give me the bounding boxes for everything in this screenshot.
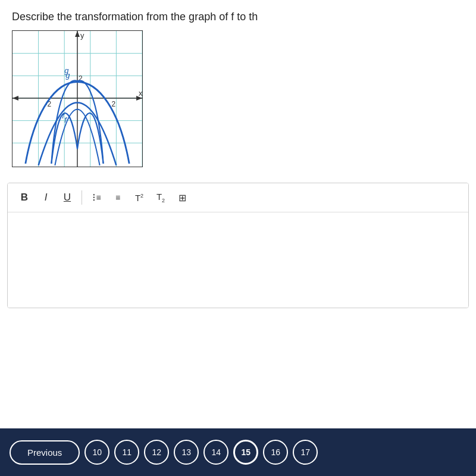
underline-button[interactable]: U [58,188,77,207]
bottom-navigation: Previous 10 11 12 13 14 15 16 17 [0,428,476,476]
numbered-list-icon: ≡ [115,193,120,202]
question-header: Describe the transformation from the gra… [0,0,476,30]
subscript-icon: T2 [156,192,165,203]
bullet-list-button[interactable]: ⁝ ≡ [87,188,106,207]
bullet-list-lines: ≡ [96,193,100,202]
page-button-16[interactable]: 16 [263,440,288,465]
editor-content[interactable] [8,212,468,308]
page-button-14[interactable]: 14 [203,440,228,465]
subscript-button[interactable]: T2 [151,188,170,207]
editor-section: B I U ⁝ ≡ ≡ T2 T2 ⊞ [7,183,469,308]
page-button-11[interactable]: 11 [114,440,139,465]
question-text: Describe the transformation from the gra… [12,11,258,23]
page-button-13[interactable]: 13 [174,440,199,465]
italic-button[interactable]: I [36,188,55,207]
table-button[interactable]: ⊞ [173,188,192,207]
page-button-12[interactable]: 12 [144,440,169,465]
numbered-list-button[interactable]: ≡ [108,188,127,207]
page-button-15[interactable]: 15 [233,440,258,465]
svg-text:f: f [62,111,65,120]
svg-text:g: g [64,66,69,75]
superscript-icon: T2 [135,193,143,203]
graph-curves: g f [12,31,142,167]
toolbar-separator-1 [82,190,82,205]
page-button-10[interactable]: 10 [84,440,109,465]
graph-section: x y -2 2 2 g f [0,30,476,177]
table-icon: ⊞ [178,192,186,203]
graph-container: x y -2 2 2 g f [12,30,143,167]
page-container: Describe the transformation from the gra… [0,0,476,476]
superscript-button[interactable]: T2 [130,188,149,207]
editor-toolbar: B I U ⁝ ≡ ≡ T2 T2 ⊞ [8,183,468,212]
page-button-17[interactable]: 17 [293,440,318,465]
bold-button[interactable]: B [15,188,34,207]
previous-button[interactable]: Previous [10,440,80,465]
